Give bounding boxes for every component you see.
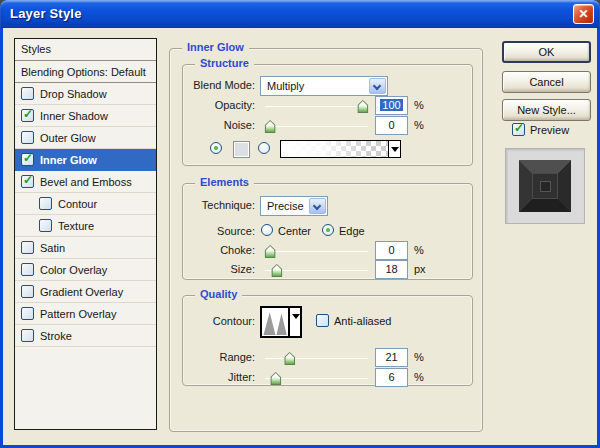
slider-track[interactable] [265, 251, 368, 252]
glow-color-swatch[interactable] [233, 141, 250, 158]
style-enable-checkbox[interactable]: ✓ [21, 285, 34, 298]
opacity-unit: % [414, 99, 424, 111]
sidebar-item-bevel-and-emboss[interactable]: ✓Bevel and Emboss [15, 171, 156, 193]
sidebar-item-stroke[interactable]: ✓Stroke [15, 325, 156, 347]
style-enable-checkbox[interactable]: ✓ [21, 153, 34, 166]
range-slider[interactable] [265, 350, 368, 366]
title-bar[interactable]: Layer Style ✕ [0, 0, 600, 28]
sidebar-item-outer-glow[interactable]: ✓Outer Glow [15, 127, 156, 149]
slider-thumb[interactable] [265, 245, 276, 258]
slider-thumb[interactable] [271, 264, 282, 277]
contour-label: Contour: [182, 315, 255, 327]
style-enable-checkbox[interactable]: ✓ [21, 131, 34, 144]
style-enable-checkbox[interactable]: ✓ [21, 175, 34, 188]
sidebar-item-pattern-overlay[interactable]: ✓Pattern Overlay [15, 303, 156, 325]
slider-track[interactable] [265, 106, 368, 107]
slider-thumb[interactable] [357, 100, 368, 113]
noise-slider[interactable] [265, 118, 368, 134]
elements-group-title: Elements [195, 176, 254, 188]
blend-mode-value: Multiply [267, 80, 304, 92]
opacity-slider[interactable] [265, 98, 368, 114]
style-enable-checkbox[interactable]: ✓ [39, 197, 52, 210]
slider-thumb[interactable] [270, 372, 281, 385]
sidebar-item-label: Blending Options: Default [21, 66, 146, 78]
blend-mode-row: Blend Mode: Multiply [182, 76, 473, 96]
choke-input[interactable]: 0 [375, 241, 408, 260]
ok-button[interactable]: OK [502, 41, 591, 63]
size-unit: px [414, 263, 426, 275]
slider-track[interactable] [265, 358, 368, 359]
anti-aliased-label: Anti-aliased [334, 315, 391, 327]
choke-unit: % [414, 244, 424, 256]
fill-type-row [182, 140, 473, 160]
technique-dropdown[interactable]: Precise [260, 196, 328, 216]
opacity-row: Opacity: 100 % [182, 96, 473, 116]
style-enable-checkbox[interactable]: ✓ [39, 219, 52, 232]
noise-input[interactable]: 0 [375, 116, 408, 135]
sidebar-item-label: Texture [58, 220, 94, 232]
size-input[interactable]: 18 [375, 260, 408, 279]
new-style-button[interactable]: New Style... [502, 99, 591, 121]
range-input[interactable]: 21 [375, 348, 408, 367]
styles-list-header: Styles [15, 39, 156, 61]
choke-slider[interactable] [265, 243, 368, 259]
jitter-input[interactable]: 6 [375, 368, 408, 387]
dialog-body: Styles Blending Options: Default✓Drop Sh… [3, 28, 597, 445]
contour-row: Contour: ✓ Anti-aliased [182, 306, 473, 340]
sidebar-item-inner-shadow[interactable]: ✓Inner Shadow [15, 105, 156, 127]
sidebar-item-blending-options-default[interactable]: Blending Options: Default [15, 61, 156, 83]
style-enable-checkbox[interactable]: ✓ [21, 87, 34, 100]
opacity-label: Opacity: [182, 99, 255, 111]
quality-group-title: Quality [195, 288, 242, 300]
sidebar-item-satin[interactable]: ✓Satin [15, 237, 156, 259]
jitter-row: Jitter: 6 % [182, 368, 473, 388]
blend-mode-dropdown[interactable]: Multiply [260, 76, 388, 96]
window-title: Layer Style [10, 6, 82, 21]
sidebar-item-drop-shadow[interactable]: ✓Drop Shadow [15, 83, 156, 105]
range-unit: % [414, 351, 424, 363]
style-enable-checkbox[interactable]: ✓ [21, 307, 34, 320]
opacity-input[interactable]: 100 [375, 96, 408, 115]
sidebar-item-label: Gradient Overlay [40, 286, 123, 298]
chevron-down-icon[interactable] [369, 78, 386, 94]
technique-value: Precise [267, 200, 304, 212]
slider-thumb[interactable] [284, 352, 295, 365]
style-enable-checkbox[interactable]: ✓ [21, 263, 34, 276]
source-center-radio[interactable] [261, 224, 273, 236]
sidebar-item-color-overlay[interactable]: ✓Color Overlay [15, 259, 156, 281]
style-enable-checkbox[interactable]: ✓ [21, 329, 34, 342]
layer-style-dialog: Layer Style ✕ Styles Blending Options: D… [0, 0, 600, 448]
gradient-dropdown-arrow-icon[interactable] [388, 141, 400, 157]
style-enable-checkbox[interactable]: ✓ [21, 241, 34, 254]
sidebar-item-label: Inner Shadow [40, 110, 108, 122]
jitter-label: Jitter: [182, 371, 255, 383]
sidebar-item-contour[interactable]: ✓Contour [15, 193, 156, 215]
preview-checkbox[interactable]: ✓ [512, 123, 525, 136]
structure-group-title: Structure [195, 57, 254, 69]
slider-track[interactable] [265, 126, 368, 127]
sidebar-item-texture[interactable]: ✓Texture [15, 215, 156, 237]
sidebar-item-gradient-overlay[interactable]: ✓Gradient Overlay [15, 281, 156, 303]
sidebar-item-label: Contour [58, 198, 97, 210]
source-edge-radio[interactable] [322, 224, 334, 236]
slider-thumb[interactable] [265, 120, 276, 133]
anti-aliased-checkbox[interactable]: ✓ [316, 314, 329, 327]
close-icon[interactable]: ✕ [573, 4, 594, 24]
size-slider[interactable] [265, 262, 368, 278]
style-enable-checkbox[interactable]: ✓ [21, 109, 34, 122]
technique-row: Technique: Precise [182, 196, 473, 216]
contour-dropdown-arrow-icon[interactable] [288, 308, 300, 336]
preview-toggle: ✓ Preview [512, 123, 569, 136]
jitter-slider[interactable] [265, 370, 368, 386]
gradient-fill-radio[interactable] [258, 142, 270, 154]
gradient-picker[interactable] [280, 140, 401, 158]
sidebar-item-inner-glow[interactable]: ✓Inner Glow [15, 149, 156, 171]
color-fill-radio[interactable] [210, 142, 222, 154]
cancel-button[interactable]: Cancel [502, 71, 591, 93]
range-label: Range: [182, 351, 255, 363]
chevron-down-icon[interactable] [309, 198, 326, 214]
size-row: Size: 18 px [182, 260, 473, 280]
preview-label: Preview [530, 124, 569, 136]
sidebar-item-label: Inner Glow [40, 154, 97, 166]
contour-picker[interactable] [260, 306, 302, 338]
